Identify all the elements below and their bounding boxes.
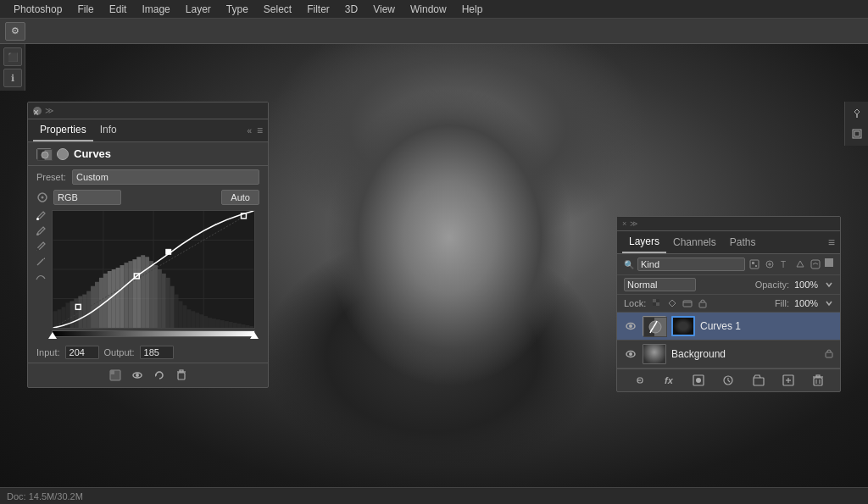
menu-help[interactable]: Help bbox=[455, 2, 490, 17]
shadow-point[interactable] bbox=[48, 332, 57, 339]
layer-delete-icon[interactable] bbox=[811, 374, 825, 387]
svg-rect-81 bbox=[811, 260, 820, 269]
fill-chevron[interactable] bbox=[825, 299, 833, 307]
lock-position-icon[interactable] bbox=[666, 297, 678, 309]
tab-paths[interactable]: Paths bbox=[723, 232, 763, 252]
curves-gradient-slider bbox=[52, 330, 255, 339]
svg-rect-26 bbox=[99, 278, 103, 328]
opacity-value[interactable]: 100% bbox=[794, 280, 820, 290]
tab-info[interactable]: Info bbox=[93, 119, 124, 141]
reset-icon[interactable] bbox=[153, 368, 166, 382]
menu-image[interactable]: Image bbox=[135, 2, 176, 17]
properties-tabs: Properties Info « ≡ bbox=[28, 119, 268, 142]
layers-expand-icon[interactable]: ≫ bbox=[630, 219, 637, 228]
svg-rect-52 bbox=[208, 318, 212, 328]
right-tool-1[interactable] bbox=[849, 105, 865, 122]
properties-panel-titlebar: × ≫ bbox=[28, 102, 268, 119]
lock-transparent-icon[interactable] bbox=[651, 297, 663, 309]
svg-rect-53 bbox=[212, 318, 216, 328]
layer-adjustment-icon[interactable] bbox=[721, 374, 735, 387]
svg-rect-69 bbox=[110, 370, 114, 374]
menu-edit[interactable]: Edit bbox=[103, 2, 134, 17]
menu-type[interactable]: Type bbox=[220, 2, 255, 17]
curves-layer-icon-thumb bbox=[643, 316, 666, 336]
menu-layer[interactable]: Layer bbox=[179, 2, 218, 17]
bg-layer-visibility[interactable] bbox=[624, 347, 637, 361]
filter-shape-icon[interactable] bbox=[794, 258, 806, 270]
svg-rect-51 bbox=[203, 316, 208, 328]
eyedropper-dark-tool[interactable] bbox=[35, 241, 47, 252]
output-value-field[interactable] bbox=[140, 346, 174, 359]
menu-window[interactable]: Window bbox=[403, 2, 453, 17]
filter-type-icon[interactable]: T bbox=[779, 258, 791, 270]
svg-rect-19 bbox=[70, 301, 74, 328]
blend-mode-select[interactable]: Normal bbox=[624, 278, 696, 291]
opacity-chevron[interactable] bbox=[825, 280, 833, 289]
preset-select[interactable]: Custom bbox=[72, 169, 259, 185]
fill-value[interactable]: 100% bbox=[794, 298, 820, 308]
tab-properties[interactable]: Properties bbox=[33, 119, 93, 141]
layer-kind-select[interactable]: Kind bbox=[637, 258, 745, 271]
svg-rect-35 bbox=[136, 257, 141, 328]
layers-close-icon[interactable]: × bbox=[622, 219, 626, 228]
layer-link-icon[interactable] bbox=[632, 374, 646, 387]
filter-adjust-icon[interactable] bbox=[764, 258, 776, 270]
svg-rect-39 bbox=[153, 265, 158, 328]
channel-select[interactable]: RGB Red Green Blue bbox=[53, 190, 121, 205]
background-layer-row[interactable]: Background bbox=[617, 341, 840, 368]
eyedropper-mid-tool[interactable] bbox=[35, 225, 47, 237]
svg-line-8 bbox=[37, 259, 43, 265]
svg-rect-31 bbox=[120, 265, 125, 328]
svg-rect-83 bbox=[656, 302, 659, 306]
curves-layer-row[interactable]: Curves 1 bbox=[617, 313, 840, 341]
delete-adjustment-icon[interactable] bbox=[175, 368, 188, 382]
properties-collapse-icon[interactable]: ≫ bbox=[45, 106, 53, 115]
panel-menu-icon[interactable]: ≡ bbox=[257, 125, 263, 136]
highlight-point[interactable] bbox=[250, 332, 259, 339]
lock-row: Lock: Fill: 100% bbox=[617, 295, 840, 313]
panel-back-icon[interactable]: « bbox=[247, 126, 252, 136]
svg-rect-75 bbox=[180, 370, 183, 372]
filter-smart-icon[interactable] bbox=[810, 258, 821, 270]
svg-rect-32 bbox=[125, 263, 129, 328]
status-bar: Doc: 14.5M/30.2M bbox=[0, 487, 868, 504]
layer-group-icon[interactable] bbox=[752, 374, 765, 387]
menu-file[interactable]: File bbox=[70, 2, 100, 17]
filter-pixel-icon[interactable] bbox=[748, 258, 760, 270]
right-tool-2[interactable] bbox=[849, 125, 865, 142]
smooth-tool[interactable] bbox=[35, 271, 47, 283]
visibility-icon[interactable] bbox=[131, 368, 144, 382]
svg-rect-100 bbox=[754, 378, 764, 385]
add-adjustment-icon[interactable] bbox=[108, 368, 122, 382]
toolbar-options[interactable]: ⚙ bbox=[5, 22, 25, 41]
svg-rect-24 bbox=[91, 286, 95, 328]
fill-label: Fill: bbox=[775, 298, 789, 308]
menu-photoshop[interactable]: Photoshop bbox=[7, 2, 69, 17]
pencil-tool[interactable] bbox=[35, 256, 47, 268]
layer-fx-icon[interactable]: fx bbox=[662, 374, 676, 387]
svg-rect-42 bbox=[166, 278, 170, 328]
layers-menu-icon[interactable]: ≡ bbox=[828, 235, 835, 249]
panel-icon-1[interactable]: ⬛ bbox=[3, 47, 22, 66]
lock-artboard-icon[interactable] bbox=[682, 297, 693, 309]
properties-close-btn[interactable]: × bbox=[33, 107, 42, 115]
curves-layer-visibility[interactable] bbox=[624, 319, 637, 333]
filter-toggle[interactable] bbox=[825, 258, 833, 267]
menu-view[interactable]: View bbox=[366, 2, 402, 17]
menu-select[interactable]: Select bbox=[257, 2, 298, 17]
menu-3d[interactable]: 3D bbox=[338, 2, 364, 17]
curves-graph-svg[interactable] bbox=[52, 210, 255, 329]
menu-filter[interactable]: Filter bbox=[300, 2, 337, 17]
eyedropper-bright-tool[interactable] bbox=[35, 210, 47, 222]
svg-rect-85 bbox=[656, 299, 659, 302]
layer-add-icon[interactable] bbox=[782, 374, 795, 387]
tab-layers[interactable]: Layers bbox=[622, 231, 666, 253]
svg-rect-104 bbox=[814, 378, 822, 385]
tab-channels[interactable]: Channels bbox=[666, 232, 723, 252]
auto-button[interactable]: Auto bbox=[221, 190, 259, 205]
panel-icon-2[interactable]: ℹ bbox=[3, 69, 22, 87]
channel-tool-icon bbox=[36, 191, 48, 203]
lock-all-icon[interactable] bbox=[697, 297, 709, 309]
layer-mask-icon[interactable] bbox=[692, 374, 705, 387]
input-value-field[interactable] bbox=[65, 346, 99, 359]
